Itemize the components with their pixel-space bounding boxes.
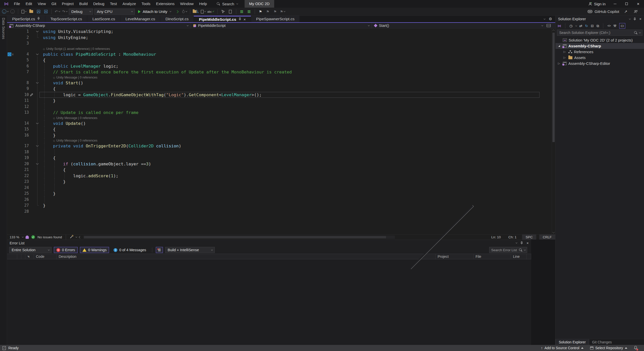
notifications-button[interactable] xyxy=(634,346,637,350)
line-ending-indicator[interactable]: CRLF xyxy=(539,235,555,240)
code-line-28[interactable]: 28 xyxy=(7,209,555,215)
maximize-button[interactable] xyxy=(621,0,632,8)
zoom-dropdown[interactable]: 133 % xyxy=(10,235,19,239)
line-number[interactable]: 2 xyxy=(15,35,29,41)
fold-margin[interactable] xyxy=(34,121,40,127)
fold-margin[interactable] xyxy=(34,132,40,139)
line-number[interactable]: 20 xyxy=(15,161,29,167)
navigate-back-button[interactable]: ← xyxy=(2,8,8,15)
line-number[interactable]: 3 xyxy=(15,41,29,47)
close-button[interactable]: × xyxy=(632,0,644,8)
menu-git[interactable]: Git xyxy=(49,0,59,8)
line-number[interactable] xyxy=(15,47,29,51)
refresh-icon[interactable]: ↻ xyxy=(585,24,588,28)
build-filter-dropdown[interactable]: Build + IntelliSense xyxy=(165,247,215,253)
line-number[interactable]: 26 xyxy=(15,197,29,203)
line-number[interactable]: 24 xyxy=(15,185,29,191)
tab-levelmanager-cs[interactable]: LevelManager.cs xyxy=(120,16,160,22)
tree-item-assembly-csharp[interactable]: Assembly-CSharp xyxy=(555,43,644,49)
code-line-24[interactable]: 24 xyxy=(7,185,555,191)
menu-file[interactable]: File xyxy=(11,0,23,8)
tab-list-dropdown-icon[interactable] xyxy=(544,18,545,19)
document-health-icon[interactable] xyxy=(26,236,29,239)
codelens-text[interactable]: Unity Message | 0 references xyxy=(56,139,97,142)
fold-margin[interactable] xyxy=(34,63,40,69)
code-line-7[interactable]: 7 // Start is called once before the fir… xyxy=(7,69,555,75)
menu-analyze[interactable]: Analyze xyxy=(120,0,139,8)
document-outline-button[interactable] xyxy=(227,8,233,15)
horizontal-scrollbar[interactable] xyxy=(83,236,395,239)
vertical-scrollbar[interactable] xyxy=(552,29,555,234)
column-description[interactable]: Description xyxy=(57,254,436,259)
comment-button[interactable] xyxy=(246,8,252,15)
tab-lastscore-cs[interactable]: LastScore.cs xyxy=(87,16,120,22)
code-line-19[interactable]: 19 { xyxy=(7,155,555,161)
column-project[interactable]: Project xyxy=(436,254,474,259)
warnings-toggle[interactable]: 0 Warnings xyxy=(80,247,109,253)
line-number[interactable]: 5 xyxy=(15,57,29,63)
codelens-row[interactable]: ◇Unity Message | 0 references xyxy=(7,138,555,143)
attach-to-unity-button[interactable]: Attach to Unity xyxy=(136,9,173,14)
fold-margin[interactable] xyxy=(34,143,40,149)
scroll-left-icon[interactable] xyxy=(79,236,81,238)
gear-icon[interactable]: ⚙ xyxy=(549,17,552,21)
line-number[interactable] xyxy=(15,116,29,121)
tab-git-changes[interactable]: Git Changes xyxy=(589,339,615,345)
view-code-icon[interactable]: <> xyxy=(607,24,610,28)
search-box[interactable]: Search xyxy=(214,2,241,6)
fold-margin[interactable] xyxy=(34,149,40,155)
menu-window[interactable]: Window xyxy=(177,0,196,8)
sync-with-active-document-icon[interactable]: ⇄ xyxy=(579,24,582,28)
fold-margin[interactable] xyxy=(34,47,40,51)
tab-solution-explorer[interactable]: Solution Explorer xyxy=(555,339,589,345)
code-line-25[interactable]: 25 } xyxy=(7,191,555,197)
menu-help[interactable]: Help xyxy=(196,0,210,8)
code-line-15[interactable]: 15 { xyxy=(7,126,555,132)
codelens-text[interactable]: Unity Script (1 asset reference) | 0 ref… xyxy=(46,47,110,51)
filter-button[interactable] xyxy=(156,247,163,253)
menu-build[interactable]: Build xyxy=(76,0,90,8)
scroll-down-icon[interactable] xyxy=(552,231,555,233)
fold-chevron-icon[interactable] xyxy=(36,144,38,147)
configuration-dropdown[interactable]: Debug xyxy=(69,9,93,15)
column-severity[interactable]: ◥ xyxy=(25,254,34,259)
line-number[interactable]: 25 xyxy=(15,191,29,197)
window-position-dropdown-icon[interactable] xyxy=(516,242,517,244)
toggle-bookmark-button[interactable]: ⚑ xyxy=(257,8,264,15)
fold-margin[interactable] xyxy=(34,80,40,86)
code-line-23[interactable]: 23 } xyxy=(7,179,555,185)
code-line-9[interactable]: 9 { xyxy=(7,86,555,92)
code-line-14[interactable]: 14 void Update() xyxy=(7,121,555,127)
tab-dinoscript-cs[interactable]: DinoScript.cs xyxy=(160,16,194,22)
properties-icon[interactable]: ⚒ xyxy=(613,24,616,28)
tree-expanded-arrow-icon[interactable] xyxy=(557,45,561,47)
sign-in-button[interactable]: Sign in xyxy=(585,2,609,6)
select-repository-button[interactable]: Select Repository xyxy=(590,346,627,350)
fold-margin[interactable] xyxy=(34,110,40,116)
fold-margin[interactable] xyxy=(34,167,40,173)
line-number[interactable]: 10 xyxy=(15,92,29,98)
tree-item-solution-my-odc-2d-2-of-2-projects[interactable]: ⋈Solution 'My ODC 2D' (2 of 2 projects) xyxy=(555,37,644,43)
menu-project[interactable]: Project xyxy=(59,0,76,8)
save-button[interactable] xyxy=(35,8,41,15)
ide-navigator-button[interactable] xyxy=(200,8,206,15)
codelens-text[interactable]: Unity Message | 0 references xyxy=(56,116,97,120)
start-without-debugging-button[interactable] xyxy=(174,8,180,15)
fold-margin[interactable] xyxy=(34,203,40,209)
line-number[interactable]: 6 xyxy=(15,63,29,69)
codelens-text[interactable]: Unity Message | 0 references xyxy=(56,76,97,79)
menu-extensions[interactable]: Extensions xyxy=(153,0,177,8)
chevron-down-icon[interactable] xyxy=(575,25,577,26)
tree-collapsed-arrow-icon[interactable]: ▷ xyxy=(563,50,567,53)
fold-margin[interactable] xyxy=(34,173,40,179)
spell-check-button[interactable]: abc✓ xyxy=(207,8,215,15)
line-number[interactable]: 15 xyxy=(15,126,29,132)
chevron-down-icon[interactable] xyxy=(22,236,24,238)
code-line-5[interactable]: 5{ xyxy=(7,57,555,63)
split-window-icon[interactable] xyxy=(547,24,551,27)
clear-bookmarks-button[interactable]: ⚑ xyxy=(280,8,286,15)
scrollbar-thumb[interactable] xyxy=(84,236,386,238)
code-line-13[interactable]: 13 // Update is called once per frame xyxy=(7,110,555,116)
close-icon[interactable]: × xyxy=(639,17,641,21)
line-number[interactable]: 11 xyxy=(15,98,29,104)
